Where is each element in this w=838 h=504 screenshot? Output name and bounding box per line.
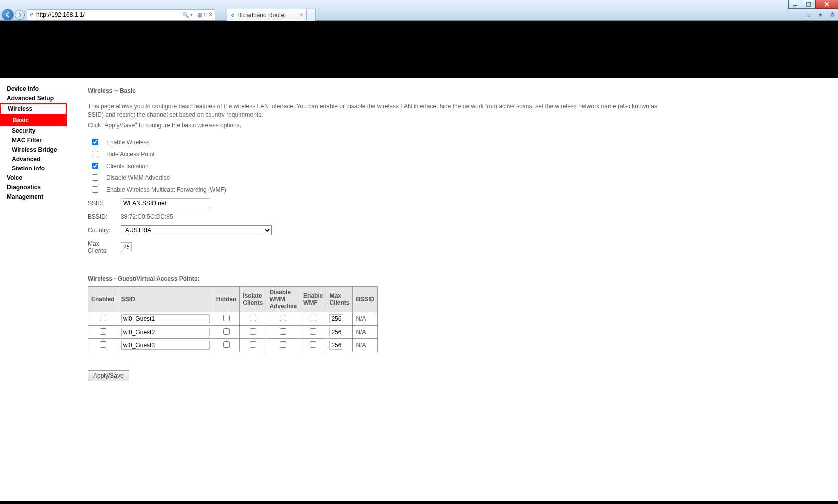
- guest-wmf-checkbox[interactable]: [310, 315, 316, 321]
- guest-ssid-input[interactable]: [121, 341, 210, 350]
- home-icon[interactable]: ⌂: [804, 11, 812, 19]
- row-enable-wmf: Enable Wireless Multicast Forwarding (WM…: [88, 186, 826, 193]
- guest-isolate-checkbox[interactable]: [250, 315, 256, 321]
- tab-broadband-router[interactable]: Broadband Router ×: [227, 9, 307, 21]
- guest-ssid-input[interactable]: [121, 328, 210, 336]
- hide-ap-label: Hide Access Point: [106, 151, 155, 158]
- guest-wmm-checkbox[interactable]: [280, 328, 286, 335]
- guest-header: EnableWMF: [300, 286, 326, 312]
- apply-save-button[interactable]: Apply/Save: [88, 370, 129, 381]
- guest-isolate-checkbox[interactable]: [250, 328, 256, 335]
- enable-wireless-checkbox[interactable]: [92, 139, 98, 145]
- guest-maxclients-input[interactable]: [329, 314, 343, 323]
- sidebar-item-station-info[interactable]: Station Info: [0, 164, 67, 173]
- ssid-label: SSID:: [88, 200, 121, 207]
- sidebar-item-advanced[interactable]: Advanced: [0, 155, 67, 164]
- page-description-2: Click "Apply/Save" to configure the basi…: [88, 122, 826, 129]
- guest-header: Hidden: [213, 286, 240, 312]
- sidebar-item-advanced-setup[interactable]: Advanced Setup: [0, 94, 67, 103]
- url-input[interactable]: [36, 11, 182, 18]
- guest-section-header: Wireless - Guest/Virtual Access Points:: [88, 275, 826, 282]
- row-disable-wmm: Disable WMM Advertise: [88, 174, 826, 181]
- address-bar-row: 🔍 ▾ ▦ ↻ ✕: [0, 9, 838, 21]
- guest-hidden-checkbox[interactable]: [223, 341, 230, 348]
- ie-favicon-icon: [29, 11, 36, 18]
- maximize-button[interactable]: [802, 0, 816, 9]
- page-title: Wireless -- Basic: [88, 87, 826, 94]
- guest-enabled-checkbox[interactable]: [100, 328, 106, 335]
- sidebar-item-management[interactable]: Management: [0, 192, 67, 202]
- country-select[interactable]: AUSTRIA: [121, 225, 272, 235]
- router-banner: [0, 21, 838, 78]
- stop-icon[interactable]: ✕: [209, 12, 213, 18]
- address-bar[interactable]: 🔍 ▾ ▦ ↻ ✕: [27, 9, 215, 20]
- browser-tools: ⌂ ★ ⚙: [804, 11, 836, 19]
- guest-bssid-value: N/A: [353, 312, 378, 325]
- new-tab-button[interactable]: [307, 9, 316, 21]
- sidebar-item-wireless[interactable]: Wireless: [0, 103, 67, 115]
- tab-close-icon[interactable]: ×: [299, 11, 303, 19]
- guest-row: N/A: [88, 338, 378, 352]
- guest-wmm-checkbox[interactable]: [280, 341, 286, 348]
- search-dropdown-icon[interactable]: ▾: [190, 12, 193, 17]
- page-root: Device InfoAdvanced SetupWirelessBasicSe…: [0, 21, 838, 504]
- guest-wmm-checkbox[interactable]: [280, 315, 286, 321]
- sidebar-item-device-info[interactable]: Device Info: [0, 84, 67, 94]
- sidebar-item-voice[interactable]: Voice: [0, 173, 67, 183]
- max-clients-input[interactable]: [121, 242, 132, 252]
- row-bssid: BSSID: 38:72:C0:5C:DC:85: [88, 213, 826, 220]
- close-button[interactable]: [815, 0, 838, 9]
- disable-wmm-checkbox[interactable]: [92, 174, 98, 181]
- ssid-input[interactable]: [121, 198, 210, 208]
- hide-ap-checkbox[interactable]: [92, 151, 98, 157]
- max-clients-label: Max Clients:: [88, 240, 121, 254]
- compatibility-icon[interactable]: ▦: [197, 12, 202, 18]
- sidebar-item-mac-filter[interactable]: MAC Filter: [0, 136, 67, 145]
- guest-header: IsolateClients: [240, 286, 266, 312]
- bssid-value: 38:72:C0:5C:DC:85: [121, 213, 173, 220]
- guest-hidden-checkbox[interactable]: [223, 328, 230, 335]
- bssid-label: BSSID:: [88, 213, 121, 220]
- row-max-clients: Max Clients:: [88, 240, 826, 254]
- guest-header: BSSID: [353, 286, 378, 312]
- row-hide-ap: Hide Access Point: [88, 151, 826, 158]
- forward-button[interactable]: [15, 10, 25, 20]
- guest-wmf-checkbox[interactable]: [310, 341, 316, 348]
- footer-bar: [0, 501, 838, 504]
- refresh-icon[interactable]: ↻: [203, 12, 208, 18]
- sidebar: Device InfoAdvanced SetupWirelessBasicSe…: [0, 78, 67, 504]
- sidebar-item-wireless-bridge[interactable]: Wireless Bridge: [0, 145, 67, 155]
- favorites-icon[interactable]: ★: [816, 11, 824, 19]
- enable-wmf-label: Enable Wireless Multicast Forwarding (WM…: [106, 186, 226, 193]
- guest-hidden-checkbox[interactable]: [223, 315, 230, 321]
- minimize-button[interactable]: [788, 0, 802, 9]
- guest-header: DisableWMMAdvertise: [266, 286, 300, 312]
- guest-header: MaxClients: [326, 286, 353, 312]
- guest-wmf-checkbox[interactable]: [310, 328, 316, 335]
- row-ssid: SSID:: [88, 198, 826, 208]
- guest-enabled-checkbox[interactable]: [100, 315, 106, 321]
- guest-table: EnabledSSIDHiddenIsolateClientsDisableWM…: [88, 286, 378, 352]
- guest-row: N/A: [88, 325, 378, 338]
- sidebar-item-security[interactable]: Security: [0, 126, 67, 136]
- main-content: Wireless -- Basic This page allows you t…: [67, 78, 838, 504]
- enable-wmf-checkbox[interactable]: [92, 186, 98, 193]
- guest-maxclients-input[interactable]: [329, 341, 343, 350]
- back-button[interactable]: [2, 9, 14, 21]
- sidebar-item-diagnostics[interactable]: Diagnostics: [0, 183, 67, 192]
- tab-title: Broadband Router: [237, 12, 286, 19]
- tools-icon[interactable]: ⚙: [828, 11, 836, 19]
- clients-isolation-label: Clients Isolation: [106, 163, 149, 169]
- guest-isolate-checkbox[interactable]: [250, 341, 256, 348]
- content-row: Device InfoAdvanced SetupWirelessBasicSe…: [0, 78, 838, 504]
- guest-ssid-input[interactable]: [121, 314, 210, 323]
- country-label: Country:: [88, 227, 121, 234]
- clients-isolation-checkbox[interactable]: [92, 163, 98, 169]
- search-icon[interactable]: 🔍: [182, 12, 189, 18]
- svg-rect-1: [807, 2, 811, 6]
- sidebar-item-basic[interactable]: Basic: [0, 115, 67, 126]
- window-controls: [789, 0, 838, 9]
- address-bar-icons: 🔍 ▾ ▦ ↻ ✕: [182, 11, 213, 18]
- guest-enabled-checkbox[interactable]: [100, 341, 106, 348]
- guest-maxclients-input[interactable]: [329, 328, 343, 336]
